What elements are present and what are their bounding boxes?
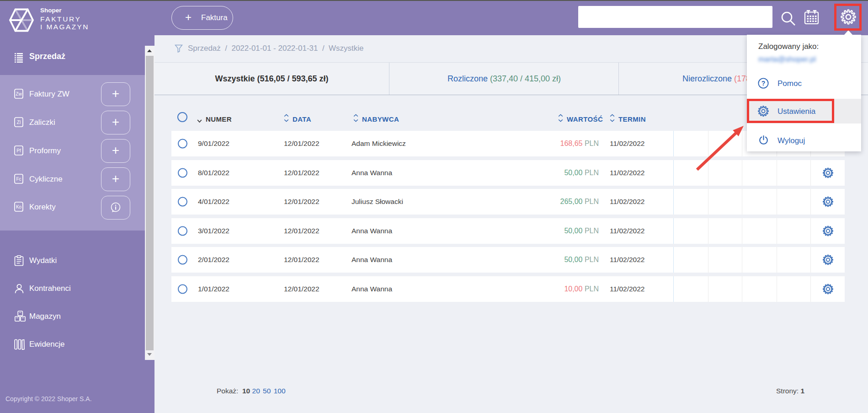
svg-text:Zw: Zw xyxy=(16,91,22,97)
svg-text:Ko: Ko xyxy=(16,204,22,209)
svg-text:?: ? xyxy=(761,80,766,87)
svg-text:Fc: Fc xyxy=(16,177,21,182)
svg-text:Pf: Pf xyxy=(16,148,21,153)
svg-text:Zl: Zl xyxy=(17,120,21,125)
